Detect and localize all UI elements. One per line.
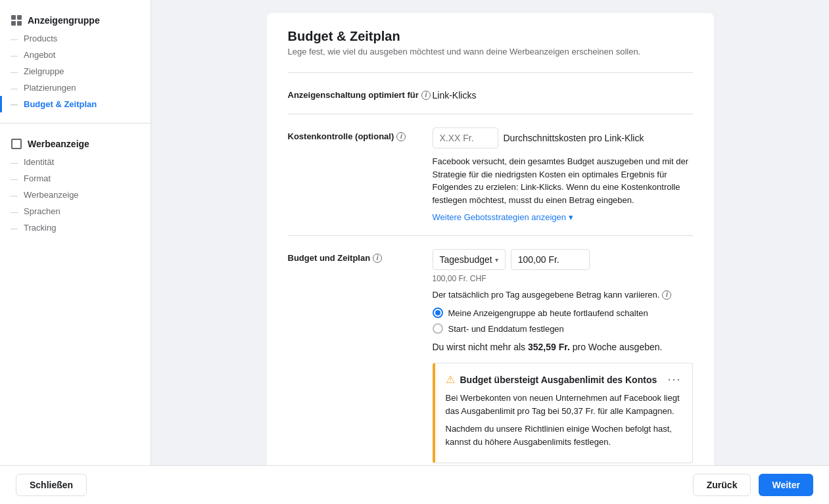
budget-type-dropdown[interactable]: Tagesbudget ▾ [433,249,506,270]
close-button[interactable]: Schließen [16,474,87,496]
card-subtitle: Lege fest, wie viel du ausgeben möchtest… [288,47,693,57]
chevron-down-icon: ▾ [569,212,573,222]
radio-fortlaufend-circle [433,308,443,318]
sidebar-item-angebot[interactable]: Angebot [0,47,151,63]
radio-group: Meine Anzeigengruppe ab heute fortlaufen… [433,308,693,334]
back-button[interactable]: Zurück [693,474,751,496]
cost-input[interactable] [433,127,498,149]
anzeigenschaltung-label: Anzeigenschaltung optimiert für i [288,86,433,100]
sidebar-item-tracking[interactable]: Tracking [0,219,151,236]
anzeigenschaltung-info-icon[interactable]: i [421,91,431,100]
radio-item-fortlaufend[interactable]: Meine Anzeigengruppe ab heute fortlaufen… [433,308,693,318]
warning-triangle-icon: ⚠ [446,373,455,386]
cost-description: Facebook versucht, dein gesamtes Budget … [433,155,693,206]
anzeigenschaltung-value: Link-Klicks [433,86,693,101]
kostenkontrolle-content: Durchschnittskosten pro Link-Klick Faceb… [433,127,693,222]
kostenkontrolle-row: Kostenkontrolle (optional) i Durchschnit… [288,127,693,222]
warning-box: ⚠ Budget übersteigt Ausgabenlimit des Ko… [433,363,693,463]
budget-info-icon[interactable]: i [373,254,382,263]
budget-currency-note: 100,00 Fr. CHF [433,274,693,283]
sidebar: Anzeigengruppe Products Angebot Zielgrup… [0,0,151,465]
sidebar-group-title-werbeanzeige: Werbeanzeige [0,134,151,154]
sidebar-item-sprachen[interactable]: Sprachen [0,203,151,219]
warning-body-2: Nachdem du unsere Richtlinien einige Woc… [446,423,682,448]
next-button[interactable]: Weiter [759,474,813,496]
warning-more-button[interactable]: ··· [667,373,681,386]
sidebar-group-werbeanzeige: Werbeanzeige Identität Format Werbeanzei… [0,123,151,246]
radio-enddatum-circle [433,323,443,334]
sidebar-item-werbeanzeige[interactable]: Werbeanzeige [0,187,151,203]
budget-zeitplan-row: Budget und Zeitplan i Tagesbudget ▾ 100,… [288,249,693,465]
weekly-note: Du wirst nicht mehr als 352,59 Fr. pro W… [433,342,693,352]
budget-card: Budget & Zeitplan Lege fest, wie viel du… [267,13,714,465]
radio-item-enddatum[interactable]: Start- und Enddatum festlegen [433,323,693,334]
warning-body-1: Bei Werbekonten von neuen Unternehmen au… [446,392,682,417]
more-strategies-link[interactable]: Weitere Gebotsstrategien anzeigen ▾ [433,212,574,222]
budget-amount-input[interactable] [511,249,590,270]
vary-info-icon[interactable]: i [662,290,671,300]
sidebar-item-budget-zeitplan[interactable]: Budget & Zeitplan [0,96,151,112]
sidebar-item-format[interactable]: Format [0,170,151,187]
sidebar-item-identitaet[interactable]: Identität [0,154,151,170]
kostenkontrolle-label: Kostenkontrolle (optional) i [288,127,433,141]
content-area: Budget & Zeitplan Lege fest, wie viel du… [151,0,829,465]
anzeigenschaltung-row: Anzeigenschaltung optimiert für i Link-K… [288,86,693,101]
anzeigengruppe-icon [11,14,22,26]
dropdown-arrow-icon: ▾ [495,256,498,263]
cost-control-row: Durchschnittskosten pro Link-Klick [433,127,693,149]
sidebar-group-anzeigengruppe: Anzeigengruppe Products Angebot Zielgrup… [0,0,151,123]
vary-note: Der tatsächlich pro Tag ausgegebene Betr… [433,290,693,300]
kostenkontrolle-info-icon[interactable]: i [396,132,406,141]
budget-label: Budget und Zeitplan i [288,249,433,263]
footer: Schließen Zurück Weiter [0,465,829,504]
budget-controls: Tagesbudget ▾ [433,249,693,270]
warning-title: Budget übersteigt Ausgabenlimit des Kont… [460,375,657,385]
warning-header: ⚠ Budget übersteigt Ausgabenlimit des Ko… [446,373,682,386]
sidebar-item-zielgruppe[interactable]: Zielgruppe [0,63,151,80]
cost-unit-label: Durchschnittskosten pro Link-Klick [504,133,644,143]
card-title: Budget & Zeitplan [288,29,693,44]
werbeanzeige-icon [11,138,22,150]
sidebar-item-products[interactable]: Products [0,30,151,47]
warning-title-row: ⚠ Budget übersteigt Ausgabenlimit des Ko… [446,373,657,386]
sidebar-item-platzierungen[interactable]: Platzierungen [0,80,151,96]
budget-content: Tagesbudget ▾ 100,00 Fr. CHF Der tatsäch… [433,249,693,465]
sidebar-group-title-anzeigengruppe: Anzeigengruppe [0,11,151,30]
footer-right: Zurück Weiter [693,474,813,496]
